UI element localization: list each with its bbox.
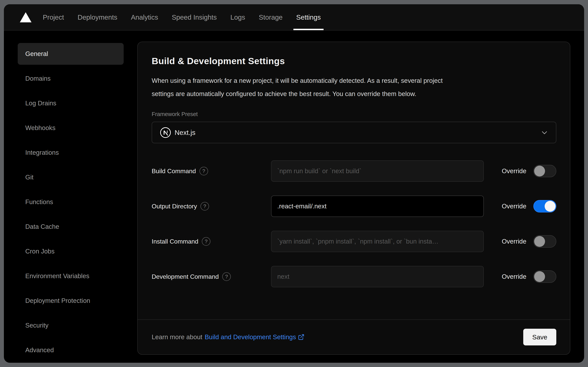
tab-settings[interactable]: Settings: [296, 4, 321, 30]
toggle-knob: [545, 201, 555, 212]
help-icon[interactable]: [222, 272, 231, 281]
output-directory-input[interactable]: [271, 196, 484, 217]
sidebar-item-log-drains[interactable]: Log Drains: [18, 92, 124, 114]
panel-description: When using a framework for a new project…: [152, 74, 556, 100]
toggle-knob: [534, 236, 545, 247]
sidebar-item-general[interactable]: General: [18, 43, 124, 65]
sidebar-item-security[interactable]: Security: [18, 315, 124, 336]
build-dev-settings-card: Build & Development Settings When using …: [137, 42, 570, 355]
install-command-input[interactable]: [271, 231, 484, 252]
toggle-knob: [534, 271, 545, 282]
nav-tabs: Project Deployments Analytics Speed Insi…: [43, 4, 321, 30]
sidebar-item-deployment-protection[interactable]: Deployment Protection: [18, 290, 124, 312]
development-command-override-toggle[interactable]: [533, 270, 556, 283]
framework-preset-value: Next.js: [175, 129, 195, 136]
save-button[interactable]: Save: [523, 329, 556, 345]
top-navigation: Project Deployments Analytics Speed Insi…: [4, 4, 584, 31]
install-command-label: Install Command: [152, 238, 198, 245]
build-command-input[interactable]: [271, 160, 484, 182]
sidebar-item-data-cache[interactable]: Data Cache: [18, 216, 124, 238]
sidebar-item-integrations[interactable]: Integrations: [18, 142, 124, 164]
sidebar-item-webhooks[interactable]: Webhooks: [18, 117, 124, 139]
build-dev-settings-link[interactable]: Build and Development Settings: [205, 333, 305, 341]
command-rows: Build Command Override Output Di: [152, 160, 556, 287]
build-command-override-toggle[interactable]: [533, 165, 556, 177]
learn-more-text: Learn more about: [152, 333, 202, 341]
output-directory-label: Output Directory: [152, 203, 197, 210]
tab-logs[interactable]: Logs: [230, 4, 245, 30]
development-command-row: Development Command Override: [152, 266, 556, 287]
install-command-override-toggle[interactable]: [533, 235, 556, 248]
vercel-triangle-icon: [20, 12, 32, 22]
build-command-label: Build Command: [152, 167, 196, 175]
chevron-down-icon: [541, 129, 548, 136]
install-command-row: Install Command Override: [152, 231, 556, 252]
override-label: Override: [502, 273, 526, 280]
nextjs-icon: [160, 127, 171, 138]
help-icon[interactable]: [201, 202, 209, 210]
framework-preset-select[interactable]: Next.js: [152, 122, 556, 143]
development-command-label: Development Command: [152, 273, 219, 280]
tab-project[interactable]: Project: [43, 4, 64, 30]
app-window: Project Deployments Analytics Speed Insi…: [4, 4, 584, 363]
sidebar-item-cron-jobs[interactable]: Cron Jobs: [18, 241, 124, 262]
description-line-1: When using a framework for a new project…: [152, 74, 556, 87]
sidebar-item-functions[interactable]: Functions: [18, 191, 124, 213]
output-directory-override-toggle[interactable]: [533, 200, 556, 212]
build-command-row: Build Command Override: [152, 160, 556, 182]
output-directory-row: Output Directory Override: [152, 196, 556, 217]
override-label: Override: [502, 167, 526, 175]
tab-analytics[interactable]: Analytics: [131, 4, 158, 30]
toggle-knob: [534, 166, 545, 176]
framework-preset-label: Framework Preset: [152, 111, 556, 117]
tab-speed-insights[interactable]: Speed Insights: [172, 4, 217, 30]
page-title: Build & Development Settings: [152, 56, 556, 66]
sidebar-item-advanced[interactable]: Advanced: [18, 339, 124, 361]
settings-sidebar: General Domains Log Drains Webhooks Inte…: [4, 31, 137, 362]
sidebar-item-git[interactable]: Git: [18, 167, 124, 188]
help-icon[interactable]: [202, 237, 210, 246]
vercel-logo[interactable]: [20, 4, 32, 30]
tab-storage[interactable]: Storage: [259, 4, 283, 30]
external-link-icon: [298, 334, 304, 340]
development-command-input[interactable]: [271, 266, 484, 287]
description-line-2: settings are automatically configured to…: [152, 87, 556, 100]
tab-deployments[interactable]: Deployments: [78, 4, 117, 30]
main-area: Build & Development Settings When using …: [137, 31, 584, 362]
sidebar-item-environment-variables[interactable]: Environment Variables: [18, 265, 124, 287]
override-label: Override: [502, 202, 526, 210]
override-label: Override: [502, 238, 526, 245]
sidebar-item-domains[interactable]: Domains: [18, 68, 124, 89]
link-label: Build and Development Settings: [205, 333, 296, 341]
help-icon[interactable]: [200, 167, 208, 175]
card-footer: Learn more about Build and Development S…: [138, 319, 570, 354]
